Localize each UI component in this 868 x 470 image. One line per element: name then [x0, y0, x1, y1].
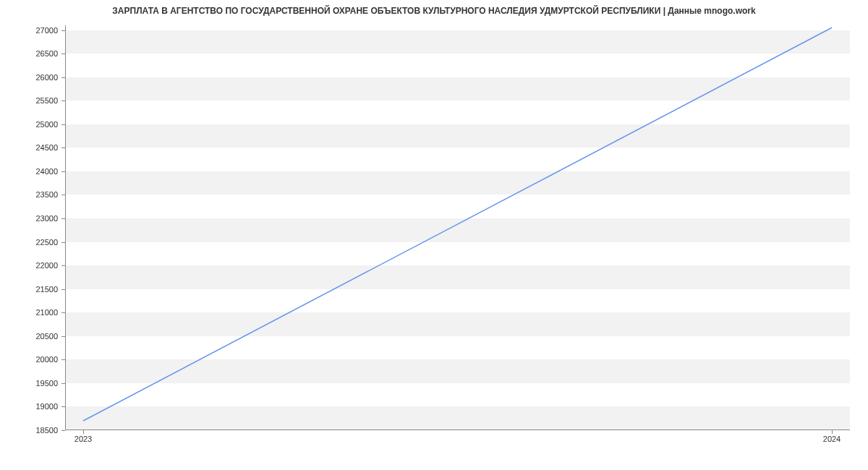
y-tick-label: 24500	[0, 143, 58, 152]
y-tick-mark	[61, 383, 65, 384]
y-tick-mark	[61, 101, 65, 101]
y-tick-mark	[61, 359, 65, 360]
x-tick-mark	[832, 430, 833, 434]
series-line	[83, 27, 832, 421]
y-tick-label: 26000	[0, 73, 58, 82]
y-tick-label: 22500	[0, 238, 58, 247]
y-tick-mark	[61, 312, 65, 313]
chart-title: ЗАРПЛАТА В АГЕНТСТВО ПО ГОСУДАРСТВЕННОЙ …	[0, 6, 868, 16]
y-tick-mark	[61, 430, 65, 431]
y-tick-label: 19000	[0, 402, 58, 411]
y-tick-label: 21000	[0, 308, 58, 317]
y-tick-mark	[61, 289, 65, 290]
y-tick-label: 25500	[0, 96, 58, 105]
y-tick-label: 25000	[0, 120, 58, 129]
y-tick-label: 20500	[0, 332, 58, 341]
y-tick-mark	[61, 148, 65, 148]
y-tick-label: 18500	[0, 426, 58, 435]
y-tick-mark	[61, 336, 65, 337]
x-tick-label: 2024	[823, 435, 841, 443]
y-tick-label: 23500	[0, 190, 58, 199]
y-tick-label: 20000	[0, 355, 58, 364]
y-tick-mark	[61, 171, 65, 172]
y-tick-label: 26500	[0, 49, 58, 58]
y-tick-label: 22000	[0, 261, 58, 270]
chart-line-svg	[65, 25, 850, 430]
y-tick-label: 21500	[0, 285, 58, 294]
y-tick-mark	[61, 54, 65, 54]
y-tick-mark	[61, 406, 65, 407]
y-tick-mark	[61, 218, 65, 219]
y-tick-label: 27000	[0, 26, 58, 35]
y-tick-mark	[61, 124, 65, 125]
y-tick-mark	[61, 195, 65, 195]
y-tick-label: 19500	[0, 379, 58, 388]
x-tick-label: 2023	[75, 435, 92, 443]
y-tick-mark	[61, 242, 65, 243]
y-tick-label: 24000	[0, 167, 58, 176]
plot-area: 20232024	[65, 25, 850, 430]
x-tick-mark	[83, 430, 84, 434]
y-tick-mark	[61, 30, 65, 31]
y-tick-mark	[61, 265, 65, 266]
y-tick-mark	[61, 77, 65, 78]
y-tick-label: 23000	[0, 214, 58, 223]
